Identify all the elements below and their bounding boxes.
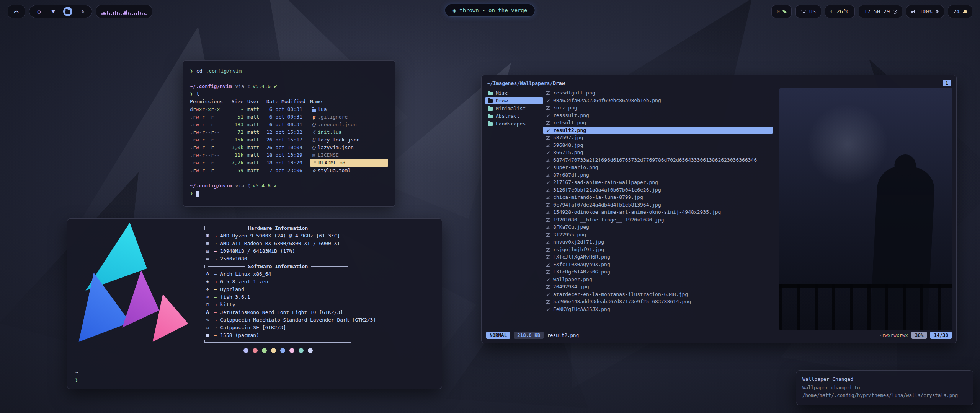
ls-row: .rw-r--r-- 7,7k matt 18 oct 13:29 README… [190, 159, 388, 167]
file-row[interactable]: FXfcHgcWIAMzs0G.png [543, 268, 773, 276]
software-icon [204, 279, 211, 284]
file-row[interactable]: 0c794faf07de24a4db4d4fb1eb813964.jpg [543, 201, 773, 209]
file-row[interactable]: 154928-odinokoe_anime-art-anime-okno-sin… [543, 208, 773, 216]
file-date: 18 oct 13:29 [266, 151, 306, 159]
hardware-icon [204, 248, 211, 254]
arrow-icon [214, 325, 217, 330]
hardware-list: AMD Ryzen 9 5900X (24) @ 4.9GHz [61.3°C]… [204, 232, 434, 262]
file-size: 59 [226, 167, 243, 174]
volume-module[interactable]: 100% [906, 5, 944, 18]
arrow-icon [214, 279, 217, 285]
file-row[interactable]: FXfcII0X0AQyn9X.png [543, 261, 773, 268]
media-icon [453, 8, 456, 13]
image-file-icon [546, 99, 550, 102]
image-file-icon [546, 241, 550, 244]
file-permissions: .rw-r--r-- [190, 128, 222, 136]
file-date: 26 oct 10:04 [266, 144, 306, 151]
file-row[interactable]: result2.png [543, 127, 773, 134]
directory-item[interactable]: Landscapes [485, 120, 543, 127]
file-row[interactable]: 217167-sad-anime-rain-wallpaper.png [543, 179, 773, 186]
workspace-2-button[interactable] [49, 7, 57, 16]
image-file-icon [546, 211, 550, 214]
file-name: 8FKa7Cu.jpeg [553, 224, 589, 230]
file-row[interactable]: chica-mirando-la-luna-8799.jpg [543, 193, 773, 201]
file-date: 6 oct 00:31 [266, 121, 306, 128]
file-row[interactable]: ressdfgult.png [543, 89, 773, 97]
hardware-icon [204, 233, 211, 238]
file-name: resssult.png [553, 112, 589, 118]
keyboard-layout-module[interactable]: US [795, 5, 821, 18]
top-bar: thrown - on the verge 0 US 26°C 17:50:29 [0, 4, 980, 19]
pen-icon [81, 9, 84, 14]
file-row[interactable]: 5a266e448add93deab367d87173e9f25-6837886… [543, 298, 773, 306]
file-row[interactable]: FXfcJlTXgAMvH6R.png [543, 253, 773, 261]
file-name: FXfcJlTXgAMvH6R.png [553, 254, 610, 260]
file-row[interactable]: 20492984.jpg [543, 283, 773, 291]
cwd-path: ~/.config/nvim [190, 83, 232, 90]
software-value: 1558 (pacman) [220, 332, 259, 338]
lua-icon [248, 184, 251, 189]
file-row[interactable]: EeNKYgIUcAAJ5JX.png [543, 306, 773, 313]
launcher-button[interactable] [8, 5, 25, 18]
file-owner: matt [247, 151, 263, 159]
file-row[interactable]: 3122955.png [543, 231, 773, 239]
clock-module[interactable]: 17:50:29 [859, 5, 902, 18]
hardware-value: AMD ATI Radeon RX 6800/6800 XT / 6900 XT [220, 241, 340, 246]
directory-item[interactable]: Draw [485, 97, 543, 104]
notification-popup[interactable]: Wallpaper Changed Wallpaper changed to /… [796, 370, 973, 405]
hardware-icon [204, 256, 211, 261]
directory-item[interactable]: Minimalist [485, 104, 543, 112]
audio-visualizer [101, 8, 147, 15]
file-row[interactable]: 68747470733a2f2f696d616765732d7769786d70… [543, 156, 773, 164]
arrow-icon [214, 272, 217, 277]
software-icon [204, 302, 211, 307]
file-row[interactable]: super-mario.png [543, 164, 773, 171]
file-row[interactable]: atardecer-en-la-montanas-ilustracion-634… [543, 291, 773, 298]
file-row[interactable]: 866715.png [543, 149, 773, 156]
file-row[interactable]: rsjqojlmjhf91.jpg [543, 246, 773, 254]
file-permissions: .rw-r--r-- [190, 136, 222, 144]
file-row[interactable]: 08a634fa02a32364f69ebc86a98eb1eb.png [543, 97, 773, 104]
notifications-module[interactable]: 24 [948, 5, 972, 18]
shell-prompt: ❯ [190, 67, 193, 75]
software-icon [204, 286, 211, 292]
notification-count: 24 [953, 8, 960, 15]
file-row[interactable]: wallpaper.png [543, 276, 773, 283]
file-row[interactable]: 587597.jpg [543, 134, 773, 141]
workspace-4-button[interactable] [78, 7, 87, 16]
file-row[interactable]: nnvuv0xj2df71.jpg [543, 238, 773, 246]
directory-item[interactable]: Misc [485, 89, 543, 97]
file-row[interactable]: 19201080-__blue-tinge__-1920×1080.jpg [543, 216, 773, 224]
file-name: kurz.png [553, 105, 577, 111]
image-file-icon [546, 300, 550, 304]
updates-count: 0 [777, 8, 780, 15]
weather-module[interactable]: 26°C [825, 5, 855, 18]
file-name: 19201080-__blue-tinge__-1920×1080.jpg [553, 217, 664, 223]
file-row[interactable]: 3126f7e9bbf21a8a4af0b67b041c6e26.jpg [543, 186, 773, 194]
folder-icon [488, 92, 493, 95]
directory-name: Draw [496, 98, 508, 104]
workspace-1-button[interactable] [35, 7, 43, 16]
image-file-icon [546, 263, 550, 267]
file-row[interactable]: kurz.png [543, 104, 773, 112]
updates-module[interactable]: 0 [771, 5, 792, 18]
file-name: LICENSE [318, 151, 339, 159]
software-value: Catppuccin-Macchiato-Standard-Lavender-D… [220, 317, 376, 323]
audio-visualizer-module[interactable] [96, 5, 152, 18]
active-window-title-module[interactable]: thrown - on the verge [445, 4, 535, 17]
arrow-icon [214, 294, 217, 300]
file-row[interactable]: 8FKa7Cu.jpeg [543, 223, 773, 231]
file-size: 183 [226, 121, 243, 128]
file-row[interactable]: re1sult.png [543, 119, 773, 127]
directory-item[interactable]: Abstract [485, 112, 543, 120]
file-date: 18 oct 13:29 [266, 159, 306, 167]
file-row[interactable]: 596848.jpg [543, 141, 773, 149]
file-row[interactable]: resssult.png [543, 112, 773, 119]
software-value: 6.5.8-zen1-1-zen [220, 279, 268, 285]
file-name: nnvuv0xj2df71.jpg [553, 239, 604, 245]
filetype-icon [310, 129, 318, 135]
workspace-3-button[interactable] [63, 7, 72, 16]
tab-badge[interactable]: 1 [943, 80, 951, 86]
file-row[interactable]: 87r687df.png [543, 171, 773, 179]
ls-row: .rw-r--r-- 51 matt 6 oct 00:31 .gitignor… [190, 113, 388, 121]
